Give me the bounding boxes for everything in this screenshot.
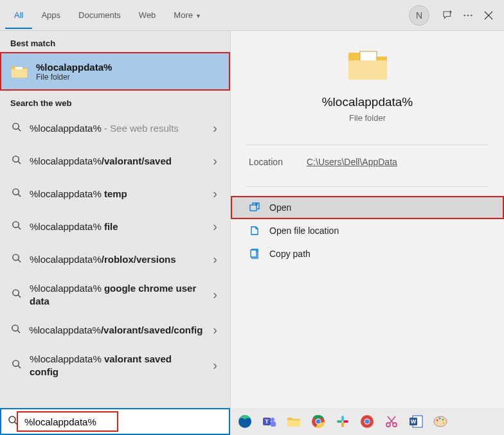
svg-rect-40 — [343, 420, 348, 423]
web-result-text: %localappdata% temp — [30, 188, 203, 200]
chevron-right-icon[interactable]: › — [210, 249, 220, 269]
svg-line-11 — [18, 194, 21, 197]
svg-point-12 — [12, 222, 18, 227]
chevron-right-icon[interactable]: › — [210, 285, 220, 305]
svg-point-18 — [12, 325, 18, 331]
search-icon — [10, 220, 22, 233]
svg-point-36 — [316, 420, 321, 424]
web-result-text: %localappdata% valorant saved config — [30, 353, 203, 378]
svg-text:W: W — [411, 418, 417, 425]
best-match-title: %localappdata% — [36, 62, 112, 73]
chevron-right-icon[interactable]: › — [210, 184, 220, 204]
chevron-right-icon[interactable]: › — [210, 355, 220, 375]
svg-point-8 — [12, 156, 18, 162]
chevron-down-icon: ▼ — [195, 13, 201, 19]
more-options-icon[interactable] — [458, 5, 478, 26]
location-link[interactable]: C:\Users\Dell\AppData — [307, 157, 397, 167]
search-icon — [10, 188, 22, 200]
chevron-right-icon[interactable]: › — [210, 151, 220, 171]
svg-rect-23 — [250, 205, 256, 211]
web-result-text: %localappdata%/roblox/versions — [30, 253, 203, 266]
svg-point-20 — [12, 360, 18, 366]
web-result-row[interactable]: %localappdata%/valorant/saved/config› — [0, 314, 230, 346]
divider — [246, 145, 489, 145]
taskbar-explorer-icon[interactable] — [284, 412, 303, 431]
svg-point-50 — [437, 420, 438, 422]
preview-panel: %localappdata% File folder Location C:\U… — [230, 31, 504, 408]
tab-all[interactable]: All — [5, 1, 32, 29]
search-icon — [10, 324, 21, 336]
web-result-row[interactable]: %localappdata%/valorant/saved› — [0, 145, 230, 177]
svg-line-19 — [17, 330, 20, 333]
search-web-header: Search the web — [0, 91, 230, 112]
search-icon — [10, 253, 22, 265]
open-icon — [249, 202, 260, 213]
preview-subtitle: File folder — [349, 113, 386, 123]
action-copy-path[interactable]: Copy path — [231, 242, 504, 265]
taskbar-chrome2-icon[interactable] — [357, 412, 377, 431]
chevron-right-icon[interactable]: › — [210, 118, 220, 138]
svg-point-6 — [12, 123, 18, 129]
chevron-right-icon[interactable]: › — [210, 217, 220, 236]
web-result-row[interactable]: %localappdata% file› — [0, 210, 230, 243]
feedback-icon[interactable] — [437, 5, 458, 26]
search-tabs: All Apps Documents Web More▼ N — [0, 0, 504, 31]
best-match-subtitle: File folder — [36, 73, 112, 82]
action-open[interactable]: Open — [231, 196, 504, 219]
tab-more[interactable]: More▼ — [165, 1, 210, 29]
taskbar-slack-icon[interactable] — [333, 412, 352, 431]
taskbar-edge-icon[interactable] — [235, 412, 255, 431]
tab-apps[interactable]: Apps — [32, 1, 69, 29]
web-result-row[interactable]: %localappdata% google chrome user data› — [0, 276, 230, 314]
copy-icon — [249, 249, 260, 259]
best-match-result[interactable]: %localappdata% File folder — [0, 52, 230, 91]
tab-web[interactable]: Web — [130, 1, 165, 29]
svg-point-0 — [464, 14, 465, 15]
tab-documents[interactable]: Documents — [69, 1, 130, 29]
folder-preview-icon — [347, 48, 388, 84]
chevron-right-icon[interactable]: › — [210, 320, 220, 340]
web-result-row[interactable]: %localappdata%/roblox/versions› — [0, 243, 230, 276]
search-icon — [10, 359, 22, 371]
svg-rect-32 — [271, 422, 276, 427]
search-icon — [10, 289, 22, 301]
web-result-text: %localappdata% - See web results — [30, 122, 203, 135]
svg-point-14 — [12, 254, 18, 260]
search-icon — [10, 155, 22, 167]
search-box[interactable] — [0, 408, 230, 435]
taskbar: T W — [230, 408, 504, 435]
svg-line-9 — [18, 161, 21, 164]
svg-rect-39 — [341, 422, 344, 427]
taskbar-paint-icon[interactable] — [431, 412, 450, 431]
search-input[interactable] — [24, 416, 222, 427]
location-label: Location — [249, 157, 307, 167]
taskbar-teams-icon[interactable]: T — [260, 412, 279, 431]
svg-rect-37 — [341, 416, 344, 421]
action-open-location[interactable]: Open file location — [231, 219, 504, 242]
svg-point-10 — [12, 189, 18, 195]
svg-rect-25 — [251, 250, 256, 257]
svg-rect-33 — [287, 420, 300, 427]
file-location-icon — [249, 226, 260, 236]
action-open-location-label: Open file location — [269, 226, 339, 236]
close-button[interactable] — [478, 5, 499, 26]
svg-point-31 — [271, 418, 274, 422]
taskbar-snip-icon[interactable] — [382, 412, 401, 431]
results-panel: Best match %localappdata% File folder Se… — [0, 31, 230, 408]
svg-point-52 — [442, 419, 444, 421]
taskbar-word-icon[interactable]: W — [406, 412, 426, 431]
best-match-header: Best match — [0, 31, 230, 52]
svg-point-1 — [467, 14, 469, 15]
preview-title: %localappdata% — [322, 95, 413, 109]
web-result-row[interactable]: %localappdata% temp› — [0, 177, 230, 210]
svg-text:T: T — [265, 418, 269, 425]
svg-line-7 — [18, 129, 21, 131]
web-result-text: %localappdata%/valorant/saved — [30, 155, 203, 168]
action-copy-path-label: Copy path — [269, 249, 310, 259]
svg-point-16 — [12, 290, 18, 296]
user-avatar[interactable]: N — [409, 5, 429, 26]
web-result-row[interactable]: %localappdata% - See web results› — [0, 112, 230, 145]
taskbar-chrome-icon[interactable] — [309, 412, 328, 431]
web-result-row[interactable]: %localappdata% valorant saved config› — [0, 346, 230, 384]
svg-point-2 — [471, 14, 472, 15]
